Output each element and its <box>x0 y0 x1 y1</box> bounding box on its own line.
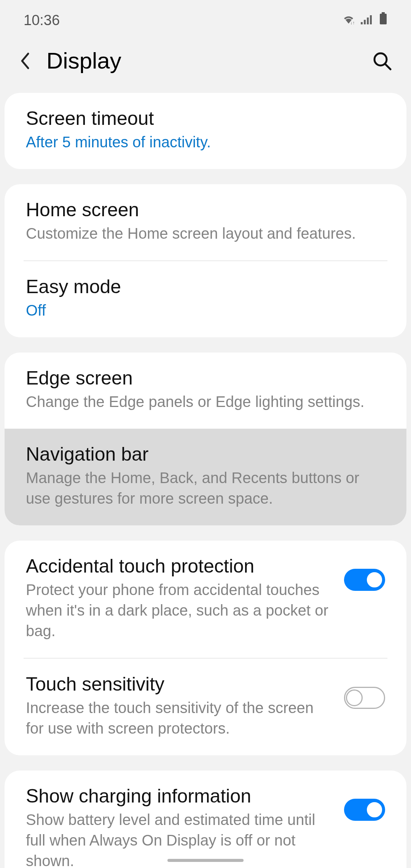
item-title: Navigation bar <box>26 443 385 465</box>
item-title: Show charging information <box>26 785 329 807</box>
settings-card: Edge screen Change the Edge panels or Ed… <box>5 353 406 525</box>
item-subtitle: After 5 minutes of inactivity. <box>26 132 385 152</box>
svg-rect-4 <box>370 15 372 24</box>
svg-rect-1 <box>361 22 363 24</box>
item-subtitle: Customize the Home screen layout and fea… <box>26 223 385 244</box>
svg-text:↓↑: ↓↑ <box>350 20 355 25</box>
search-button[interactable] <box>372 51 392 71</box>
item-subtitle: Protect your phone from accidental touch… <box>26 579 329 641</box>
status-bar: 10:36 ↓↑ <box>0 0 411 36</box>
setting-charging-info[interactable]: Show charging information Show battery l… <box>5 771 406 868</box>
page-title: Display <box>46 48 357 74</box>
settings-card: Show charging information Show battery l… <box>5 771 406 868</box>
setting-touch-sensitivity[interactable]: Touch sensitivity Increase the touch sen… <box>5 659 406 755</box>
search-icon <box>372 51 392 71</box>
battery-icon <box>379 12 387 29</box>
item-title: Accidental touch protection <box>26 555 329 577</box>
settings-card: Home screen Customize the Home screen la… <box>5 184 406 337</box>
setting-edge-screen[interactable]: Edge screen Change the Edge panels or Ed… <box>5 353 406 429</box>
settings-card: Accidental touch protection Protect your… <box>5 541 406 755</box>
item-text: Touch sensitivity Increase the touch sen… <box>26 673 329 739</box>
item-subtitle: Increase the touch sensitivity of the sc… <box>26 697 329 739</box>
setting-home-screen[interactable]: Home screen Customize the Home screen la… <box>5 184 406 260</box>
setting-easy-mode[interactable]: Easy mode Off <box>5 261 406 337</box>
item-title: Touch sensitivity <box>26 673 329 695</box>
settings-card: Screen timeout After 5 minutes of inacti… <box>5 93 406 169</box>
back-button[interactable] <box>19 51 31 70</box>
wifi-icon: ↓↑ <box>342 12 355 29</box>
toggle-knob <box>346 689 363 706</box>
header: Display <box>0 36 411 93</box>
home-indicator[interactable] <box>167 859 244 862</box>
svg-rect-6 <box>380 14 387 24</box>
status-icons: ↓↑ <box>342 12 387 29</box>
svg-line-8 <box>385 64 390 69</box>
item-subtitle: Manage the Home, Back, and Recents butto… <box>26 468 385 509</box>
toggle-touch-sensitivity[interactable] <box>344 687 385 709</box>
chevron-left-icon <box>19 51 31 70</box>
item-title: Easy mode <box>26 276 385 298</box>
item-title: Screen timeout <box>26 107 385 129</box>
setting-navigation-bar[interactable]: Navigation bar Manage the Home, Back, an… <box>5 429 406 525</box>
toggle-accidental-touch[interactable] <box>344 569 385 591</box>
item-subtitle: Change the Edge panels or Edge lighting … <box>26 391 385 412</box>
svg-rect-2 <box>364 20 366 24</box>
toggle-knob <box>366 571 383 589</box>
item-subtitle: Off <box>26 300 385 321</box>
status-time: 10:36 <box>24 12 60 29</box>
svg-rect-3 <box>367 18 369 24</box>
setting-accidental-touch[interactable]: Accidental touch protection Protect your… <box>5 541 406 658</box>
item-text: Accidental touch protection Protect your… <box>26 555 329 641</box>
item-title: Home screen <box>26 199 385 221</box>
item-text: Show charging information Show battery l… <box>26 785 329 868</box>
toggle-knob <box>366 801 383 819</box>
toggle-charging-info[interactable] <box>344 799 385 821</box>
setting-screen-timeout[interactable]: Screen timeout After 5 minutes of inacti… <box>5 93 406 169</box>
item-title: Edge screen <box>26 367 385 389</box>
settings-content: Screen timeout After 5 minutes of inacti… <box>0 93 411 868</box>
signal-icon <box>361 12 374 29</box>
svg-rect-5 <box>382 12 385 14</box>
